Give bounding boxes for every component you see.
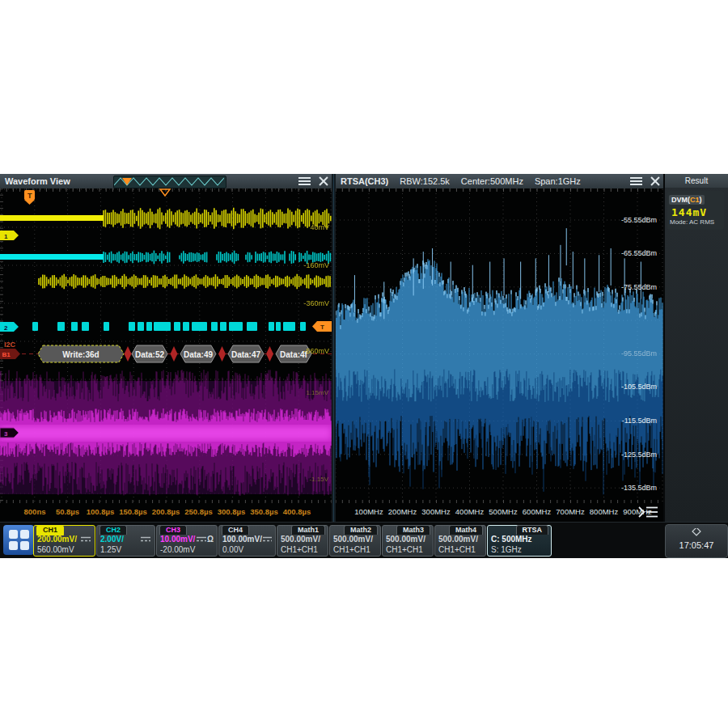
digital-pulse xyxy=(192,322,207,331)
digital-pulse xyxy=(183,322,189,331)
dbm-axis-label: -75.55dBm xyxy=(621,283,657,291)
math-box-4[interactable]: Math4500.00mV/CH1+CH1 xyxy=(434,525,486,557)
decode-packet: Write:36d xyxy=(38,345,124,362)
dc-coupling-icon xyxy=(262,535,272,543)
time-axis-label: 400.8µs xyxy=(283,507,311,516)
dc-coupling-icon xyxy=(80,535,91,543)
rtsa-menu-icon[interactable] xyxy=(630,177,642,185)
channel-box-ch2[interactable]: CH22.00V/1.25V xyxy=(96,525,155,557)
dvm-result-card[interactable]: DVM(C1) 144mV Mode: AC RMS xyxy=(667,191,724,230)
dbm-axis-label: -95.55dBm xyxy=(621,349,657,358)
channel-box-ch3-scale: 10.00mV/Ω xyxy=(160,535,214,544)
math-box-2-scale: 500.00mV/ xyxy=(333,535,377,544)
time-axis-label: 200.8µs xyxy=(152,507,180,516)
freq-axis-label: 200MHz xyxy=(388,507,417,516)
dbm-axis-label: -125.5dBm xyxy=(621,451,657,459)
channel-box-ch4-scale: 100.00mV/ xyxy=(222,535,272,544)
channel-box-ch1[interactable]: CH1200.00mV/560.00mV xyxy=(33,525,95,557)
channel-box-ch2-scale: 2.00V/ xyxy=(100,535,151,544)
dc-coupling-icon xyxy=(196,535,207,543)
dbm-axis-label: -115.5dBm xyxy=(622,417,657,425)
rtsa-box-offset: S: 1GHz xyxy=(491,545,522,554)
math-box-4-tab: Math4 xyxy=(449,525,483,535)
svg-text:Write:36d: Write:36d xyxy=(62,350,99,359)
main-menu-button[interactable] xyxy=(3,525,34,555)
svg-text:B1: B1 xyxy=(2,351,11,358)
dvm-mode: Mode: AC RMS xyxy=(670,218,724,226)
math-box-3-scale: 500.00mV/ xyxy=(386,535,430,544)
freq-axis-label: 300MHz xyxy=(421,507,451,516)
io-status-icon xyxy=(692,528,701,536)
digital-pulse xyxy=(71,322,78,331)
decode-packet: Data:52 xyxy=(132,345,167,362)
dbm-axis-label: -65.55dBm xyxy=(621,249,657,257)
channel-box-ch4[interactable]: CH4100.00mV/0.00V xyxy=(218,525,276,557)
channel-box-ch3-tab: CH3 xyxy=(159,525,187,535)
channel-box-ch2-offset: 1.25V xyxy=(100,545,121,554)
digital-pulse xyxy=(247,322,257,331)
time-axis-label: 150.8µs xyxy=(119,507,147,516)
zoom-navigation-strip[interactable] xyxy=(113,176,226,188)
math-box-3-tab: Math3 xyxy=(396,525,430,535)
math-box-1[interactable]: Math1500.00mV/CH1+CH1 xyxy=(277,525,328,557)
decode-packet: Data:49 xyxy=(180,345,216,362)
grid-menu-icon xyxy=(9,530,29,550)
rtsa-box-scale: C: 500MHz xyxy=(491,535,548,544)
digital-pulse xyxy=(300,322,306,331)
dbm-axis-label: -135.5dBm xyxy=(621,484,657,492)
rtsa-box[interactable]: RTSAC: 500MHzS: 1GHz xyxy=(487,525,552,557)
digital-pulse xyxy=(283,322,295,331)
waveform-preview-zigzag xyxy=(114,176,224,186)
channel-box-ch1-offset: 560.00mV xyxy=(37,545,74,554)
math-box-3[interactable]: Math3500.00mV/CH1+CH1 xyxy=(382,525,434,557)
channel-box-ch4-tab: CH4 xyxy=(222,525,249,535)
ch1-scale-label: -560mV xyxy=(303,347,329,355)
svg-text:2: 2 xyxy=(4,324,8,332)
svg-text:Data:52: Data:52 xyxy=(135,350,165,359)
freq-axis-label: 100MHz xyxy=(354,507,383,516)
math-box-3-offset: CH1+CH1 xyxy=(386,545,423,554)
digital-pulse xyxy=(32,322,38,331)
waveform-plot-area[interactable]: TI2CB1Write:36dData:52Data:49Data:47Data… xyxy=(0,188,332,522)
result-header: Result xyxy=(665,174,728,188)
ch1-trace-solid xyxy=(0,215,104,221)
faint-scale-label: -1.15V xyxy=(309,476,328,483)
math-box-2-tab: Math2 xyxy=(344,525,378,535)
wave-menu-icon[interactable] xyxy=(298,177,311,185)
svg-text:T: T xyxy=(28,192,32,200)
channel-box-ch3-offset: -20.00mV xyxy=(160,545,195,554)
decode-packet: Data:47 xyxy=(228,345,264,362)
freq-axis-label: 500MHz xyxy=(489,507,518,516)
digital-pulse xyxy=(220,322,226,331)
digital-pulse xyxy=(129,322,135,331)
rtsa-close-icon[interactable] xyxy=(650,176,660,186)
digital-pulse xyxy=(57,322,65,331)
svg-text:Data:49: Data:49 xyxy=(184,350,214,359)
math-box-4-offset: CH1+CH1 xyxy=(438,545,476,554)
rtsa-box-tab: RTSA xyxy=(516,525,549,535)
rtsa-span: Span:1GHz xyxy=(535,176,581,186)
spectrum-plot-area[interactable]: -55.55dBm-65.55dBm-75.55dBm-95.55dBm-105… xyxy=(336,188,663,522)
svg-text:3: 3 xyxy=(4,430,8,438)
clock-box[interactable]: 17:05:47 xyxy=(665,524,728,558)
math-box-1-tab: Math1 xyxy=(291,525,325,535)
ch2-trace-solid xyxy=(0,254,104,260)
ch1-scale-label: -360mV xyxy=(303,299,329,307)
oscilloscope-screen: Waveform View RTSA(CH3) RBW:152.5k Cente… xyxy=(0,174,728,557)
digital-pulse xyxy=(104,322,109,331)
ohm-impedance-label: Ω xyxy=(207,535,214,544)
math-box-2[interactable]: Math2500.00mV/CH1+CH1 xyxy=(329,525,381,557)
time-axis-label: 250.8µs xyxy=(184,507,213,516)
time-axis-label: 100.8µs xyxy=(87,507,115,516)
dbm-axis-label: -55.55dBm xyxy=(621,216,657,224)
ch1-scale-label: 40mV xyxy=(310,223,329,231)
status-bar: CH1200.00mV/560.00mVCH22.00V/1.25VCH310.… xyxy=(0,522,728,558)
channel-box-ch3[interactable]: CH310.00mV/Ω-20.00mV xyxy=(156,525,218,557)
dvm-source-chip: DVM(C1) xyxy=(669,195,705,205)
math-box-2-offset: CH1+CH1 xyxy=(333,545,370,554)
freq-axis-label: 400MHz xyxy=(455,507,485,516)
math-box-1-scale: 500.00mV/ xyxy=(281,535,324,544)
wave-close-icon[interactable] xyxy=(319,176,328,186)
rtsa-rbw: RBW:152.5k xyxy=(400,176,450,186)
digital-pulse xyxy=(154,322,171,331)
